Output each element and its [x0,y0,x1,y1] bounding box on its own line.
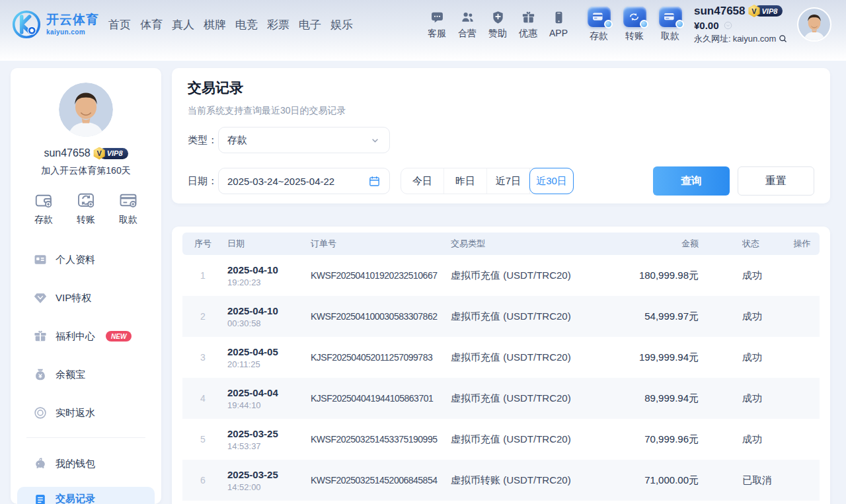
profile-avatar[interactable] [59,83,113,137]
moneybag-icon [33,367,48,382]
permanent-url-label: 永久网址: [694,33,731,45]
quick-range-group: 今日昨日近7日近30日 [401,168,574,194]
vip-gem-icon: V [93,147,106,160]
range-button-3[interactable]: 近30日 [529,168,574,194]
nav-item-2[interactable]: 真人 [172,17,194,32]
sidebar-item-3[interactable]: 余额宝 [11,355,161,394]
piggy-icon [33,456,48,471]
range-button-1[interactable]: 昨日 [444,168,487,194]
header-wallet-links: 存款转账取款 [584,7,685,42]
page-title: 交易记录 [188,80,814,96]
permanent-url: kaiyun.com [733,34,777,44]
nav-item-6[interactable]: 电子 [299,17,321,32]
column-header-1: 日期 [223,238,311,250]
range-button-2[interactable]: 近7日 [487,168,530,194]
column-header-6: 操作 [785,238,820,250]
avatar[interactable] [797,7,831,42]
quick-action-2[interactable]: 取款 [111,190,145,226]
sidebar-menu-secondary: 我的钱包交易记录 [11,445,161,504]
header-wallet-0[interactable]: 存款 [584,7,613,42]
chevron-down-icon [369,135,381,146]
range-button-0[interactable]: 今日 [401,168,444,194]
idcard-icon [33,252,48,267]
table-row[interactable]: 12025-04-1019:20:23KWSF20250410192023251… [182,255,820,296]
column-header-3: 交易类型 [451,238,601,250]
search-button[interactable]: 查询 [653,166,730,196]
nav-item-7[interactable]: 娱乐 [330,17,353,32]
joined-days: 加入开云体育第160天 [11,165,161,177]
quick-action-0[interactable]: 存款 [26,190,61,226]
main-nav: 首页体育真人棋牌电竞彩票电子娱乐 [108,17,353,32]
table-header: 序号日期订单号交易类型金额状态操作 [182,233,820,255]
column-header-0: 序号 [182,238,223,250]
column-header-4: 金额 [601,238,699,250]
brand-logo[interactable]: 开云体育 kaiyun.com [12,10,99,39]
type-label: 类型： [188,134,218,147]
sidebar-menu: 个人资料VIP特权福利中心NEW余额宝实时返水 [11,240,161,432]
sidebar-item-1[interactable]: 交易记录 [17,487,155,504]
header-wallet-1[interactable]: 转账 [620,7,649,42]
partners-icon [460,10,475,25]
calendar-icon [368,175,381,188]
header-quick-links: 客服合营赞助优惠APP [422,10,574,40]
refresh-balance-icon[interactable] [723,20,733,30]
user-info: sun47658 VVIP8 ¥0.00 永久网址: kaiyun.com [694,5,792,45]
wallet-icon [34,190,54,210]
transfer-3d-icon [623,7,646,27]
table-row[interactable]: 32025-04-0520:11:25KJSF20250405201125709… [182,337,820,378]
divider [26,437,145,438]
sidebar: sun47658 VVIP8 加入开云体育第160天 存款转账取款 个人资料VI… [11,68,161,504]
support-icon [430,10,445,25]
table-row[interactable]: 52025-03-2514:53:37KWSF20250325145337519… [182,419,820,460]
nav-item-0[interactable]: 首页 [108,17,131,32]
sidebar-username: sun47658 [44,147,90,159]
header-link-2[interactable]: 赞助 [482,10,513,40]
vip-gem-icon: V [748,5,761,17]
new-badge: NEW [106,331,132,342]
header-link-4[interactable]: APP [543,10,574,40]
date-range-input[interactable]: 2025-03-24~2025-04-22 [218,168,390,194]
table-row[interactable]: 42025-04-0419:44:10KJSF20250404194410586… [182,378,820,419]
giftbox-icon [33,329,48,343]
deposit-3d-icon [588,7,611,27]
gem-icon [33,291,48,305]
table-row[interactable]: 22025-04-1000:30:58KWSF20250410003058330… [182,296,820,337]
balance: ¥0.00 [694,20,719,31]
column-header-5: 状态 [699,238,785,250]
nav-item-5[interactable]: 彩票 [267,17,289,32]
nav-item-3[interactable]: 棋牌 [204,17,226,32]
nav-item-1[interactable]: 体育 [140,17,163,32]
username: sun47658 [694,5,746,18]
nav-item-4[interactable]: 电竞 [235,17,258,32]
gift-icon [521,10,536,25]
header-link-0[interactable]: 客服 [422,10,452,40]
table-body: 12025-04-1019:20:23KWSF20250410192023251… [182,255,820,501]
sidebar-vip-badge: VVIP8 [99,148,128,159]
records-icon [33,493,48,504]
quick-action-1[interactable]: 转账 [69,190,103,226]
header-link-3[interactable]: 优惠 [513,10,543,40]
sidebar-item-0[interactable]: 个人资料 [11,240,161,279]
sidebar-quick-actions: 存款转账取款 [11,190,161,226]
filters-card: 交易记录 当前系统支持查询最近30日的交易记录 类型： 存款 日期： 2025-… [172,68,830,203]
type-select[interactable]: 存款 [218,127,390,153]
sponsor-icon [490,10,506,25]
header-link-1[interactable]: 合营 [452,10,482,40]
bankcard-icon [118,190,138,210]
brand-name: 开云体育 [46,13,99,27]
reset-button[interactable]: 重置 [738,166,814,196]
sidebar-item-2[interactable]: 福利中心NEW [11,317,161,355]
header-wallet-2[interactable]: 取款 [656,7,685,42]
page-subtitle: 当前系统支持查询最近30日的交易记录 [188,105,814,116]
table-row[interactable]: 62025-03-2514:52:00KWSF20250325145200684… [182,460,820,501]
sidebar-item-1[interactable]: VIP特权 [11,279,161,317]
sidebar-item-4[interactable]: 实时返水 [11,394,161,432]
kaiyun-logo-icon [12,10,41,39]
transfer-icon [76,190,96,210]
vip-badge: VVIP8 [754,5,783,17]
search-icon[interactable] [778,34,788,44]
withdraw-3d-icon [659,7,682,27]
table-card: 序号日期订单号交易类型金额状态操作 12025-04-1019:20:23KWS… [172,227,830,504]
sidebar-item-0[interactable]: 我的钱包 [11,445,161,483]
rebate-icon [33,406,48,420]
